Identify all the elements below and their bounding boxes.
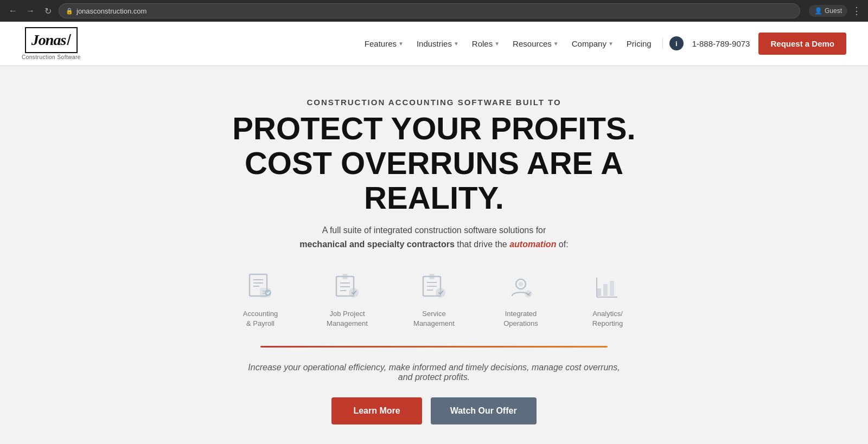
guest-label: Guest	[825, 7, 842, 15]
headline-line2: COST OVERRUNS ARE A REALITY.	[245, 145, 623, 215]
logo-subtitle: Construction Software	[22, 54, 81, 60]
industries-chevron-icon: ▼	[454, 41, 459, 47]
nav-company-label: Company	[572, 39, 607, 48]
logo-area: Jonas / Construction Software	[22, 27, 81, 60]
svg-rect-24	[603, 284, 608, 296]
svg-rect-25	[610, 281, 614, 296]
desc-after: of:	[559, 240, 569, 249]
hero-section: CONSTRUCTION ACCOUNTING SOFTWARE BUILT T…	[0, 65, 868, 444]
feature-accounting[interactable]: Accounting& Payroll	[233, 269, 288, 329]
project-label: Job ProjectManagement	[327, 309, 368, 329]
logo-slash: /	[67, 31, 71, 49]
hero-eyebrow: CONSTRUCTION ACCOUNTING SOFTWARE BUILT T…	[307, 98, 561, 107]
operations-label: IntegratedOperations	[503, 309, 538, 329]
desc-mid: that drive the	[457, 240, 509, 249]
security-icon: 🔒	[66, 8, 73, 15]
logo-wrapper[interactable]: Jonas / Construction Software	[22, 27, 81, 60]
features-chevron-icon: ▼	[398, 41, 404, 47]
service-label: ServiceManagement	[413, 309, 455, 329]
info-icon[interactable]: i	[669, 36, 684, 50]
nav-roles-label: Roles	[472, 39, 493, 48]
desc-bold: mechanical and specialty contractors	[299, 240, 454, 249]
hero-divider	[260, 346, 608, 348]
nav-resources-label: Resources	[513, 39, 552, 48]
desc-automation: automation	[509, 240, 556, 249]
logo-box: Jonas /	[25, 27, 78, 53]
svg-rect-23	[597, 288, 601, 296]
forward-button[interactable]: →	[24, 4, 37, 17]
back-button[interactable]: ←	[7, 4, 20, 17]
hero-headline: PROTECT YOUR PROFITS. COST OVERRUNS ARE …	[190, 111, 678, 215]
request-demo-button[interactable]: Request a Demo	[758, 33, 846, 55]
browser-menu-button[interactable]: ⋮	[852, 5, 861, 17]
feature-service[interactable]: ServiceManagement	[407, 269, 461, 329]
features-row: Accounting& Payroll Job ProjectManagemen…	[233, 269, 635, 329]
svg-point-7	[265, 290, 271, 295]
service-icon	[420, 272, 448, 300]
svg-point-22	[525, 291, 532, 297]
nav-roles[interactable]: Roles ▼	[468, 37, 504, 50]
cta-row: Learn More Watch Our Offer	[331, 397, 536, 424]
feature-operations[interactable]: IntegratedOperations	[494, 269, 548, 329]
learn-more-button[interactable]: Learn More	[331, 397, 422, 424]
nav-industries-label: Industries	[417, 39, 452, 48]
accounting-icon-box	[243, 269, 278, 304]
project-icon-box	[330, 269, 365, 304]
service-icon-box	[417, 269, 451, 304]
address-bar[interactable]: 🔒 jonasconstruction.com	[59, 3, 800, 18]
svg-rect-9	[343, 274, 347, 279]
watch-offer-button[interactable]: Watch Our Offer	[431, 397, 537, 424]
browser-chrome: ← → ↻ 🔒 jonasconstruction.com 👤 Guest ⋮	[0, 0, 868, 22]
guest-button[interactable]: 👤 Guest	[809, 5, 847, 17]
analytics-icon	[593, 272, 622, 300]
accounting-label: Accounting& Payroll	[243, 309, 278, 329]
roles-chevron-icon: ▼	[494, 41, 500, 47]
nav-industries[interactable]: Industries ▼	[412, 37, 463, 50]
main-nav: Features ▼ Industries ▼ Roles ▼ Resource…	[360, 33, 846, 55]
site-header: Jonas / Construction Software Features ▼…	[0, 22, 868, 65]
operations-icon	[507, 272, 535, 300]
svg-point-13	[349, 288, 358, 297]
resources-chevron-icon: ▼	[553, 41, 559, 47]
logo-text: Jonas	[31, 33, 66, 48]
headline-line1: PROTECT YOUR PROFITS.	[232, 111, 635, 146]
company-chevron-icon: ▼	[608, 41, 614, 47]
guest-avatar-icon: 👤	[814, 7, 822, 15]
nav-company[interactable]: Company ▼	[567, 37, 618, 50]
svg-point-19	[436, 288, 445, 297]
operations-icon-box	[503, 269, 538, 304]
analytics-label: Analytics/Reporting	[592, 309, 623, 329]
browser-actions: 👤 Guest ⋮	[809, 5, 861, 17]
feature-analytics[interactable]: Analytics/Reporting	[580, 269, 635, 329]
analytics-icon-box	[590, 269, 625, 304]
refresh-button[interactable]: ↻	[41, 4, 54, 17]
nav-pricing-label: Pricing	[627, 39, 652, 48]
nav-divider	[662, 37, 663, 49]
nav-pricing[interactable]: Pricing	[622, 37, 656, 50]
desc-before: A full suite of integrated construction …	[322, 226, 546, 235]
hero-tagline: Increase your operational efficiency, ma…	[244, 363, 624, 382]
feature-project[interactable]: Job ProjectManagement	[320, 269, 374, 329]
project-icon	[333, 272, 361, 300]
url-text: jonasconstruction.com	[76, 7, 146, 15]
nav-features[interactable]: Features ▼	[360, 37, 408, 50]
phone-link[interactable]: 1-888-789-9073	[688, 37, 755, 50]
nav-resources[interactable]: Resources ▼	[508, 37, 563, 50]
hero-description: A full suite of integrated construction …	[299, 223, 568, 251]
accounting-icon	[246, 272, 275, 300]
svg-rect-15	[430, 274, 434, 279]
nav-features-label: Features	[365, 39, 397, 48]
svg-point-21	[519, 282, 523, 286]
